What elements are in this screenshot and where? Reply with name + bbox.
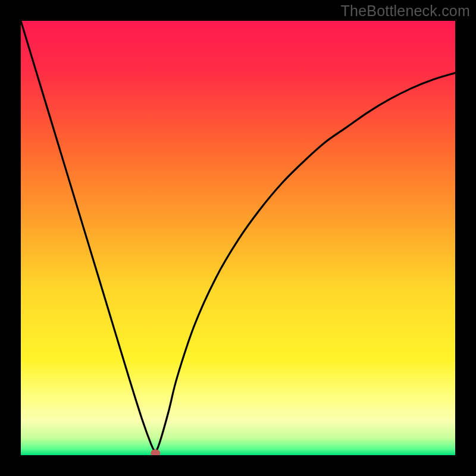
chart-frame: TheBottleneck.com xyxy=(0,0,476,476)
watermark-text: TheBottleneck.com xyxy=(341,2,470,20)
plot-area xyxy=(21,21,455,455)
chart-svg xyxy=(21,21,455,455)
